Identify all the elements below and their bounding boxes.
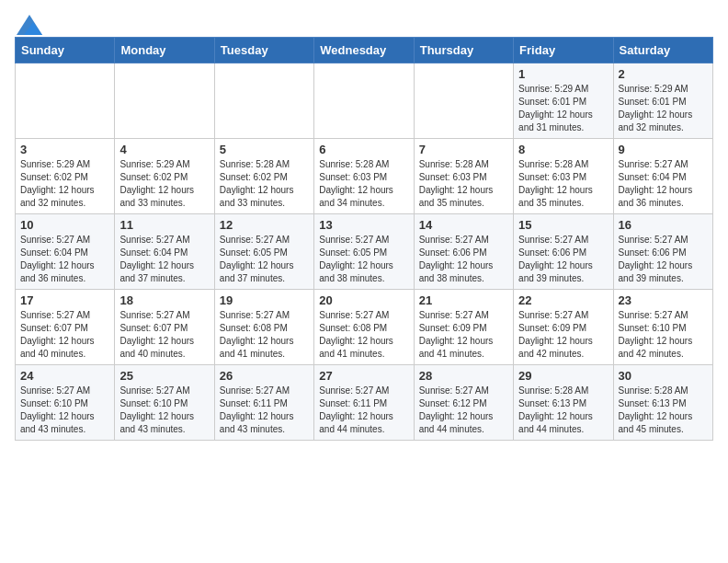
- day-info: Sunrise: 5:28 AM Sunset: 6:13 PM Dayligh…: [518, 385, 608, 436]
- page-header: [15, 15, 713, 29]
- day-number: 28: [419, 369, 508, 383]
- calendar-day-cell: 22Sunrise: 5:27 AM Sunset: 6:09 PM Dayli…: [514, 290, 613, 365]
- calendar-day-cell: 27Sunrise: 5:27 AM Sunset: 6:11 PM Dayli…: [314, 365, 414, 441]
- day-info: Sunrise: 5:27 AM Sunset: 6:06 PM Dayligh…: [518, 234, 608, 285]
- day-info: Sunrise: 5:29 AM Sunset: 6:01 PM Dayligh…: [518, 83, 608, 134]
- day-number: 19: [220, 293, 309, 307]
- calendar-day-cell: 3Sunrise: 5:29 AM Sunset: 6:02 PM Daylig…: [16, 139, 115, 214]
- day-number: 23: [619, 293, 708, 307]
- calendar-week-row: 24Sunrise: 5:27 AM Sunset: 6:10 PM Dayli…: [16, 365, 713, 441]
- day-number: 14: [419, 218, 508, 232]
- day-number: 1: [518, 67, 608, 81]
- calendar-day-cell: 21Sunrise: 5:27 AM Sunset: 6:09 PM Dayli…: [414, 290, 513, 365]
- calendar-day-cell: 29Sunrise: 5:28 AM Sunset: 6:13 PM Dayli…: [514, 365, 613, 441]
- day-of-week-header: Wednesday: [314, 38, 414, 63]
- day-of-week-header: Friday: [514, 38, 613, 63]
- calendar-day-cell: 1Sunrise: 5:29 AM Sunset: 6:01 PM Daylig…: [514, 63, 613, 139]
- day-number: 12: [220, 218, 309, 232]
- calendar-day-cell: 24Sunrise: 5:27 AM Sunset: 6:10 PM Dayli…: [16, 365, 115, 441]
- calendar-header-row: SundayMondayTuesdayWednesdayThursdayFrid…: [16, 38, 713, 63]
- day-number: 30: [619, 369, 708, 383]
- day-number: 13: [319, 218, 408, 232]
- day-info: Sunrise: 5:28 AM Sunset: 6:03 PM Dayligh…: [419, 158, 508, 210]
- day-number: 10: [20, 218, 109, 232]
- calendar-day-cell: 2Sunrise: 5:29 AM Sunset: 6:01 PM Daylig…: [613, 63, 712, 139]
- calendar-day-cell: 26Sunrise: 5:27 AM Sunset: 6:11 PM Dayli…: [214, 365, 313, 441]
- calendar-day-cell: 30Sunrise: 5:28 AM Sunset: 6:13 PM Dayli…: [613, 365, 712, 441]
- day-number: 3: [20, 143, 109, 156]
- day-info: Sunrise: 5:27 AM Sunset: 6:09 PM Dayligh…: [518, 309, 608, 361]
- day-info: Sunrise: 5:27 AM Sunset: 6:10 PM Dayligh…: [119, 385, 209, 436]
- calendar-day-cell: 13Sunrise: 5:27 AM Sunset: 6:05 PM Dayli…: [314, 214, 414, 290]
- day-info: Sunrise: 5:27 AM Sunset: 6:07 PM Dayligh…: [20, 309, 109, 361]
- day-info: Sunrise: 5:27 AM Sunset: 6:07 PM Dayligh…: [119, 309, 209, 361]
- day-info: Sunrise: 5:27 AM Sunset: 6:05 PM Dayligh…: [220, 234, 309, 285]
- calendar-week-row: 1Sunrise: 5:29 AM Sunset: 6:01 PM Daylig…: [16, 63, 713, 139]
- day-info: Sunrise: 5:27 AM Sunset: 6:10 PM Dayligh…: [619, 309, 708, 361]
- calendar-day-cell: 5Sunrise: 5:28 AM Sunset: 6:02 PM Daylig…: [214, 139, 313, 214]
- day-info: Sunrise: 5:29 AM Sunset: 6:02 PM Dayligh…: [119, 158, 209, 210]
- calendar-day-cell: 7Sunrise: 5:28 AM Sunset: 6:03 PM Daylig…: [414, 139, 513, 214]
- day-info: Sunrise: 5:27 AM Sunset: 6:05 PM Dayligh…: [319, 234, 408, 285]
- calendar-day-cell: 9Sunrise: 5:27 AM Sunset: 6:04 PM Daylig…: [613, 139, 712, 214]
- calendar-day-cell: 8Sunrise: 5:28 AM Sunset: 6:03 PM Daylig…: [514, 139, 613, 214]
- day-info: Sunrise: 5:28 AM Sunset: 6:03 PM Dayligh…: [518, 158, 608, 210]
- day-number: 18: [119, 293, 209, 307]
- calendar-day-cell: 25Sunrise: 5:27 AM Sunset: 6:10 PM Dayli…: [115, 365, 214, 441]
- day-number: 27: [319, 369, 408, 383]
- day-number: 9: [619, 143, 708, 156]
- day-number: 25: [119, 369, 209, 383]
- calendar-week-row: 17Sunrise: 5:27 AM Sunset: 6:07 PM Dayli…: [16, 290, 713, 365]
- day-number: 7: [419, 143, 508, 156]
- day-number: 8: [518, 143, 608, 156]
- day-info: Sunrise: 5:27 AM Sunset: 6:11 PM Dayligh…: [220, 385, 309, 436]
- calendar-day-cell: 18Sunrise: 5:27 AM Sunset: 6:07 PM Dayli…: [115, 290, 214, 365]
- day-info: Sunrise: 5:28 AM Sunset: 6:02 PM Dayligh…: [220, 158, 309, 210]
- day-of-week-header: Tuesday: [214, 38, 313, 63]
- calendar-day-cell: 12Sunrise: 5:27 AM Sunset: 6:05 PM Dayli…: [214, 214, 313, 290]
- calendar-day-cell: 10Sunrise: 5:27 AM Sunset: 6:04 PM Dayli…: [16, 214, 115, 290]
- day-info: Sunrise: 5:27 AM Sunset: 6:06 PM Dayligh…: [619, 234, 708, 285]
- day-info: Sunrise: 5:28 AM Sunset: 6:03 PM Dayligh…: [319, 158, 408, 210]
- calendar-day-cell: [16, 63, 115, 139]
- day-number: 11: [119, 218, 209, 232]
- day-number: 21: [419, 293, 508, 307]
- calendar-day-cell: 19Sunrise: 5:27 AM Sunset: 6:08 PM Dayli…: [214, 290, 313, 365]
- calendar-day-cell: 23Sunrise: 5:27 AM Sunset: 6:10 PM Dayli…: [613, 290, 712, 365]
- day-of-week-header: Sunday: [16, 38, 115, 63]
- day-info: Sunrise: 5:27 AM Sunset: 6:12 PM Dayligh…: [419, 385, 508, 436]
- day-number: 16: [619, 218, 708, 232]
- day-of-week-header: Thursday: [414, 38, 513, 63]
- calendar-week-row: 10Sunrise: 5:27 AM Sunset: 6:04 PM Dayli…: [16, 214, 713, 290]
- calendar-day-cell: 14Sunrise: 5:27 AM Sunset: 6:06 PM Dayli…: [414, 214, 513, 290]
- calendar-day-cell: 6Sunrise: 5:28 AM Sunset: 6:03 PM Daylig…: [314, 139, 414, 214]
- day-number: 4: [119, 143, 209, 156]
- day-info: Sunrise: 5:27 AM Sunset: 6:04 PM Dayligh…: [20, 234, 109, 285]
- day-number: 5: [220, 143, 309, 156]
- day-number: 20: [319, 293, 408, 307]
- calendar-day-cell: 20Sunrise: 5:27 AM Sunset: 6:08 PM Dayli…: [314, 290, 414, 365]
- calendar-day-cell: 28Sunrise: 5:27 AM Sunset: 6:12 PM Dayli…: [414, 365, 513, 441]
- calendar-day-cell: [414, 63, 513, 139]
- day-info: Sunrise: 5:27 AM Sunset: 6:08 PM Dayligh…: [220, 309, 309, 361]
- logo-icon: [17, 15, 42, 35]
- day-number: 6: [319, 143, 408, 156]
- calendar-day-cell: 4Sunrise: 5:29 AM Sunset: 6:02 PM Daylig…: [115, 139, 214, 214]
- day-info: Sunrise: 5:27 AM Sunset: 6:04 PM Dayligh…: [619, 158, 708, 210]
- day-number: 26: [220, 369, 309, 383]
- calendar-week-row: 3Sunrise: 5:29 AM Sunset: 6:02 PM Daylig…: [16, 139, 713, 214]
- day-number: 22: [518, 293, 608, 307]
- day-info: Sunrise: 5:27 AM Sunset: 6:10 PM Dayligh…: [20, 385, 109, 436]
- calendar-day-cell: [314, 63, 414, 139]
- calendar-day-cell: 11Sunrise: 5:27 AM Sunset: 6:04 PM Dayli…: [115, 214, 214, 290]
- day-number: 29: [518, 369, 608, 383]
- day-info: Sunrise: 5:29 AM Sunset: 6:02 PM Dayligh…: [20, 158, 109, 210]
- day-info: Sunrise: 5:27 AM Sunset: 6:04 PM Dayligh…: [119, 234, 209, 285]
- day-info: Sunrise: 5:27 AM Sunset: 6:08 PM Dayligh…: [319, 309, 408, 361]
- calendar-day-cell: 16Sunrise: 5:27 AM Sunset: 6:06 PM Dayli…: [613, 214, 712, 290]
- day-of-week-header: Monday: [115, 38, 214, 63]
- day-number: 17: [20, 293, 109, 307]
- day-info: Sunrise: 5:27 AM Sunset: 6:06 PM Dayligh…: [419, 234, 508, 285]
- calendar-day-cell: 17Sunrise: 5:27 AM Sunset: 6:07 PM Dayli…: [16, 290, 115, 365]
- calendar-day-cell: 15Sunrise: 5:27 AM Sunset: 6:06 PM Dayli…: [514, 214, 613, 290]
